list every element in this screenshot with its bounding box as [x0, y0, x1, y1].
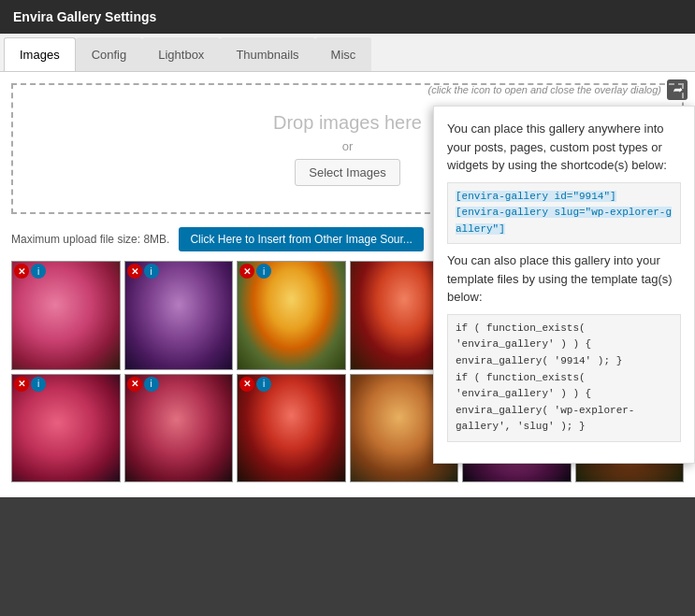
item-badges: ✕ i: [239, 264, 271, 279]
info-item-button[interactable]: i: [256, 264, 271, 279]
template-tag-block[interactable]: if ( function_exists( 'envira_gallery' )…: [447, 314, 681, 442]
remove-item-button[interactable]: ✕: [127, 377, 142, 392]
remove-item-button[interactable]: ✕: [14, 377, 29, 392]
item-badges: ✕ i: [14, 264, 46, 279]
insert-from-other-button[interactable]: Click Here to Insert from Other Image So…: [179, 227, 423, 251]
gallery-item: ✕ i: [11, 374, 121, 483]
remove-item-button[interactable]: ✕: [127, 264, 142, 279]
window-title: Envira Gallery Settings: [13, 9, 156, 24]
gallery-item: ✕ i: [11, 261, 121, 370]
tabs-bar: Images Config Lightbox Thumbnails Misc: [0, 34, 695, 72]
gallery-item: ✕ i: [237, 374, 346, 483]
item-badges: ✕ i: [127, 264, 159, 279]
tab-config[interactable]: Config: [76, 37, 143, 71]
gallery-item: ✕ i: [124, 261, 234, 370]
overlay-panel: You can place this gallery anywhere into…: [433, 106, 695, 464]
info-item-button[interactable]: i: [144, 377, 159, 392]
remove-item-button[interactable]: ✕: [239, 377, 254, 392]
shortcode-block[interactable]: [envira-gallery id="9914"] [envira-galle…: [447, 182, 681, 245]
shortcode1: [envira-gallery id="9914"] [envira-galle…: [456, 191, 672, 235]
select-images-button[interactable]: Select Images: [295, 159, 399, 186]
title-bar: Envira Gallery Settings: [0, 0, 695, 34]
gallery-item: ✕ i: [124, 374, 234, 483]
tab-lightbox[interactable]: Lightbox: [142, 37, 220, 71]
tab-misc[interactable]: Misc: [315, 37, 372, 71]
gallery-item: ✕ i: [237, 261, 346, 370]
remove-item-button[interactable]: ✕: [14, 264, 29, 279]
info-item-button[interactable]: i: [31, 377, 46, 392]
max-upload-size: Maximum upload file size: 8MB.: [11, 233, 169, 246]
app-window: Envira Gallery Settings Images Config Li…: [0, 0, 695, 616]
overlay-para2: You can also place this gallery into you…: [447, 251, 681, 307]
item-badges: ✕ i: [127, 377, 159, 392]
tab-thumbnails[interactable]: Thumbnails: [220, 37, 314, 71]
item-badges: ✕ i: [14, 377, 46, 392]
tab-images[interactable]: Images: [4, 37, 76, 71]
info-item-button[interactable]: i: [31, 264, 46, 279]
info-item-button[interactable]: i: [256, 377, 271, 392]
overlay-para1: You can place this gallery anywhere into…: [447, 120, 681, 175]
item-badges: ✕ i: [239, 377, 271, 392]
remove-item-button[interactable]: ✕: [239, 264, 254, 279]
info-item-button[interactable]: i: [144, 264, 159, 279]
content-area: (click the icon to open and close the ov…: [0, 72, 695, 497]
or-text: or: [342, 139, 354, 153]
drop-zone-text: Drop images here: [273, 112, 422, 134]
